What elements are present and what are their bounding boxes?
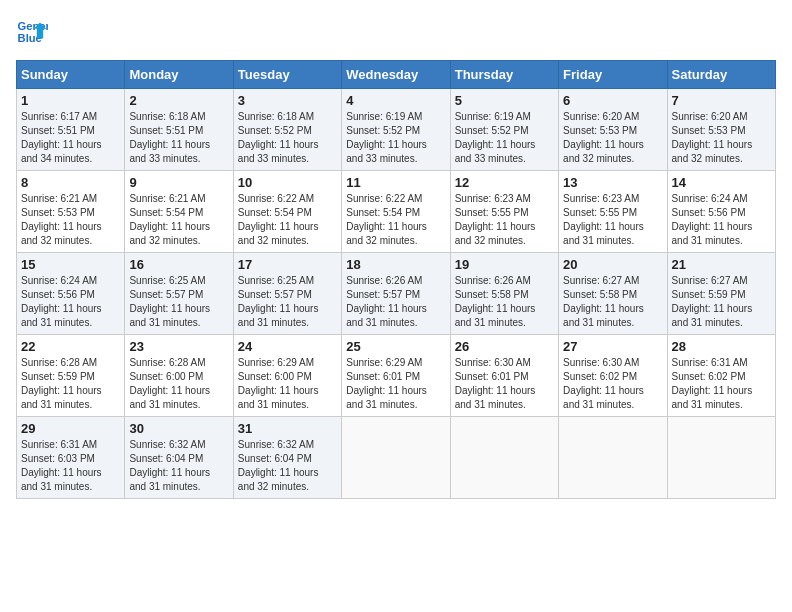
- calendar-cell: 23Sunrise: 6:28 AMSunset: 6:00 PMDayligh…: [125, 335, 233, 417]
- day-info: Sunrise: 6:18 AMSunset: 5:52 PMDaylight:…: [238, 110, 337, 166]
- calendar-cell: 3Sunrise: 6:18 AMSunset: 5:52 PMDaylight…: [233, 89, 341, 171]
- calendar-cell: 5Sunrise: 6:19 AMSunset: 5:52 PMDaylight…: [450, 89, 558, 171]
- day-info: Sunrise: 6:25 AMSunset: 5:57 PMDaylight:…: [129, 274, 228, 330]
- day-info: Sunrise: 6:30 AMSunset: 6:02 PMDaylight:…: [563, 356, 662, 412]
- day-info: Sunrise: 6:32 AMSunset: 6:04 PMDaylight:…: [129, 438, 228, 494]
- calendar-cell: 9Sunrise: 6:21 AMSunset: 5:54 PMDaylight…: [125, 171, 233, 253]
- calendar-cell: 1Sunrise: 6:17 AMSunset: 5:51 PMDaylight…: [17, 89, 125, 171]
- day-info: Sunrise: 6:19 AMSunset: 5:52 PMDaylight:…: [455, 110, 554, 166]
- day-number: 30: [129, 421, 228, 436]
- day-number: 25: [346, 339, 445, 354]
- day-info: Sunrise: 6:26 AMSunset: 5:57 PMDaylight:…: [346, 274, 445, 330]
- day-info: Sunrise: 6:22 AMSunset: 5:54 PMDaylight:…: [346, 192, 445, 248]
- calendar-table: SundayMondayTuesdayWednesdayThursdayFrid…: [16, 60, 776, 499]
- day-info: Sunrise: 6:28 AMSunset: 6:00 PMDaylight:…: [129, 356, 228, 412]
- day-number: 29: [21, 421, 120, 436]
- day-number: 31: [238, 421, 337, 436]
- day-number: 12: [455, 175, 554, 190]
- calendar-cell: 16Sunrise: 6:25 AMSunset: 5:57 PMDayligh…: [125, 253, 233, 335]
- weekday-header-tuesday: Tuesday: [233, 61, 341, 89]
- calendar-cell: 20Sunrise: 6:27 AMSunset: 5:58 PMDayligh…: [559, 253, 667, 335]
- day-number: 21: [672, 257, 771, 272]
- day-info: Sunrise: 6:19 AMSunset: 5:52 PMDaylight:…: [346, 110, 445, 166]
- calendar-cell: 30Sunrise: 6:32 AMSunset: 6:04 PMDayligh…: [125, 417, 233, 499]
- day-info: Sunrise: 6:20 AMSunset: 5:53 PMDaylight:…: [672, 110, 771, 166]
- day-number: 5: [455, 93, 554, 108]
- day-number: 26: [455, 339, 554, 354]
- weekday-header-saturday: Saturday: [667, 61, 775, 89]
- day-number: 24: [238, 339, 337, 354]
- weekday-header-wednesday: Wednesday: [342, 61, 450, 89]
- day-number: 28: [672, 339, 771, 354]
- calendar-cell: 31Sunrise: 6:32 AMSunset: 6:04 PMDayligh…: [233, 417, 341, 499]
- day-info: Sunrise: 6:32 AMSunset: 6:04 PMDaylight:…: [238, 438, 337, 494]
- calendar-cell: 8Sunrise: 6:21 AMSunset: 5:53 PMDaylight…: [17, 171, 125, 253]
- calendar-week-3: 15Sunrise: 6:24 AMSunset: 5:56 PMDayligh…: [17, 253, 776, 335]
- day-number: 27: [563, 339, 662, 354]
- calendar-cell: [342, 417, 450, 499]
- calendar-cell: 22Sunrise: 6:28 AMSunset: 5:59 PMDayligh…: [17, 335, 125, 417]
- day-number: 2: [129, 93, 228, 108]
- day-info: Sunrise: 6:31 AMSunset: 6:03 PMDaylight:…: [21, 438, 120, 494]
- day-number: 15: [21, 257, 120, 272]
- calendar-week-5: 29Sunrise: 6:31 AMSunset: 6:03 PMDayligh…: [17, 417, 776, 499]
- calendar-cell: 28Sunrise: 6:31 AMSunset: 6:02 PMDayligh…: [667, 335, 775, 417]
- day-number: 6: [563, 93, 662, 108]
- calendar-cell: 17Sunrise: 6:25 AMSunset: 5:57 PMDayligh…: [233, 253, 341, 335]
- logo-icon: General Blue: [16, 16, 48, 48]
- calendar-cell: 21Sunrise: 6:27 AMSunset: 5:59 PMDayligh…: [667, 253, 775, 335]
- day-number: 23: [129, 339, 228, 354]
- day-number: 9: [129, 175, 228, 190]
- calendar-cell: 25Sunrise: 6:29 AMSunset: 6:01 PMDayligh…: [342, 335, 450, 417]
- calendar-cell: [667, 417, 775, 499]
- calendar-cell: 24Sunrise: 6:29 AMSunset: 6:00 PMDayligh…: [233, 335, 341, 417]
- day-info: Sunrise: 6:24 AMSunset: 5:56 PMDaylight:…: [672, 192, 771, 248]
- weekday-header-friday: Friday: [559, 61, 667, 89]
- calendar-cell: 6Sunrise: 6:20 AMSunset: 5:53 PMDaylight…: [559, 89, 667, 171]
- day-info: Sunrise: 6:20 AMSunset: 5:53 PMDaylight:…: [563, 110, 662, 166]
- calendar-week-4: 22Sunrise: 6:28 AMSunset: 5:59 PMDayligh…: [17, 335, 776, 417]
- day-info: Sunrise: 6:27 AMSunset: 5:58 PMDaylight:…: [563, 274, 662, 330]
- day-number: 22: [21, 339, 120, 354]
- logo: General Blue: [16, 16, 52, 48]
- day-info: Sunrise: 6:31 AMSunset: 6:02 PMDaylight:…: [672, 356, 771, 412]
- day-info: Sunrise: 6:21 AMSunset: 5:53 PMDaylight:…: [21, 192, 120, 248]
- day-info: Sunrise: 6:23 AMSunset: 5:55 PMDaylight:…: [455, 192, 554, 248]
- day-info: Sunrise: 6:27 AMSunset: 5:59 PMDaylight:…: [672, 274, 771, 330]
- day-info: Sunrise: 6:18 AMSunset: 5:51 PMDaylight:…: [129, 110, 228, 166]
- calendar-week-2: 8Sunrise: 6:21 AMSunset: 5:53 PMDaylight…: [17, 171, 776, 253]
- weekday-header-monday: Monday: [125, 61, 233, 89]
- day-number: 13: [563, 175, 662, 190]
- calendar-cell: 18Sunrise: 6:26 AMSunset: 5:57 PMDayligh…: [342, 253, 450, 335]
- calendar-cell: 29Sunrise: 6:31 AMSunset: 6:03 PMDayligh…: [17, 417, 125, 499]
- calendar-cell: 26Sunrise: 6:30 AMSunset: 6:01 PMDayligh…: [450, 335, 558, 417]
- calendar-cell: 15Sunrise: 6:24 AMSunset: 5:56 PMDayligh…: [17, 253, 125, 335]
- day-number: 8: [21, 175, 120, 190]
- calendar-cell: [559, 417, 667, 499]
- day-number: 3: [238, 93, 337, 108]
- day-info: Sunrise: 6:24 AMSunset: 5:56 PMDaylight:…: [21, 274, 120, 330]
- weekday-header-thursday: Thursday: [450, 61, 558, 89]
- day-info: Sunrise: 6:29 AMSunset: 6:00 PMDaylight:…: [238, 356, 337, 412]
- calendar-cell: 19Sunrise: 6:26 AMSunset: 5:58 PMDayligh…: [450, 253, 558, 335]
- day-number: 19: [455, 257, 554, 272]
- day-number: 17: [238, 257, 337, 272]
- day-info: Sunrise: 6:23 AMSunset: 5:55 PMDaylight:…: [563, 192, 662, 248]
- calendar-cell: 4Sunrise: 6:19 AMSunset: 5:52 PMDaylight…: [342, 89, 450, 171]
- calendar-cell: 2Sunrise: 6:18 AMSunset: 5:51 PMDaylight…: [125, 89, 233, 171]
- day-number: 10: [238, 175, 337, 190]
- day-info: Sunrise: 6:22 AMSunset: 5:54 PMDaylight:…: [238, 192, 337, 248]
- day-number: 4: [346, 93, 445, 108]
- weekday-header-sunday: Sunday: [17, 61, 125, 89]
- day-number: 11: [346, 175, 445, 190]
- calendar-week-1: 1Sunrise: 6:17 AMSunset: 5:51 PMDaylight…: [17, 89, 776, 171]
- day-number: 20: [563, 257, 662, 272]
- day-number: 7: [672, 93, 771, 108]
- day-info: Sunrise: 6:30 AMSunset: 6:01 PMDaylight:…: [455, 356, 554, 412]
- day-info: Sunrise: 6:28 AMSunset: 5:59 PMDaylight:…: [21, 356, 120, 412]
- calendar-cell: 7Sunrise: 6:20 AMSunset: 5:53 PMDaylight…: [667, 89, 775, 171]
- day-number: 1: [21, 93, 120, 108]
- day-number: 18: [346, 257, 445, 272]
- calendar-cell: 10Sunrise: 6:22 AMSunset: 5:54 PMDayligh…: [233, 171, 341, 253]
- day-info: Sunrise: 6:25 AMSunset: 5:57 PMDaylight:…: [238, 274, 337, 330]
